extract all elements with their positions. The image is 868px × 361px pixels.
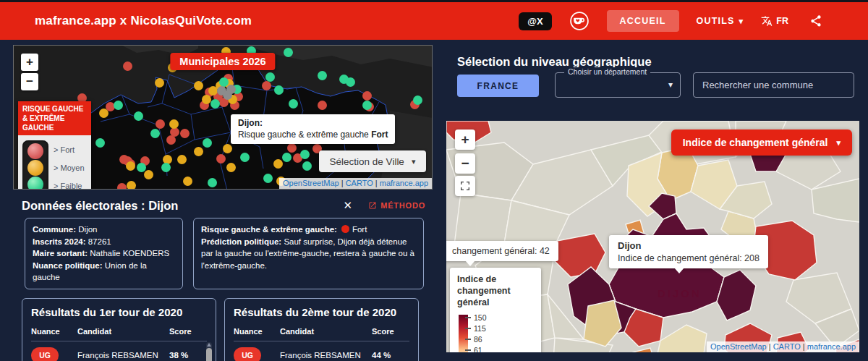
departement-select[interactable]: Choisir un département ▾: [555, 72, 681, 98]
kofi-coffee-icon[interactable]: [569, 11, 590, 31]
language-selector[interactable]: FR: [761, 15, 788, 27]
attribution-link[interactable]: OpenStreetMap: [710, 342, 767, 351]
city-risk-dot[interactable]: [194, 147, 203, 156]
table-row[interactable]: UG François REBSAMEN 44 %: [234, 341, 409, 361]
commune-info-box: Commune: Dijon Inscrits 2024: 87261 Mair…: [25, 218, 183, 289]
attribution-link[interactable]: CARTO: [773, 342, 801, 351]
city-risk-dot[interactable]: [289, 99, 298, 109]
city-risk-dot[interactable]: [180, 129, 190, 138]
city-risk-dot[interactable]: [273, 159, 283, 169]
city-risk-dot[interactable]: [99, 109, 109, 118]
city-risk-dot[interactable]: [134, 111, 143, 121]
city-risk-dot[interactable]: [318, 101, 327, 110]
indicator-dropdown[interactable]: Indice de changement général ▾: [671, 129, 852, 156]
share-icon[interactable]: [806, 11, 826, 31]
accueil-button[interactable]: ACCUEIL: [607, 10, 679, 32]
city-risk-dot[interactable]: [117, 183, 127, 190]
city-risk-dot[interactable]: [177, 155, 187, 164]
commune-polygon[interactable]: [553, 234, 605, 277]
city-risk-dot[interactable]: [226, 85, 236, 94]
table-title: Résultats du 1er tour de 2020: [31, 306, 207, 318]
yellow-light: [27, 160, 43, 176]
city-risk-dot[interactable]: [126, 161, 135, 171]
right-panel: Sélection du niveau géographique FRANCE …: [441, 45, 859, 361]
city-risk-dot[interactable]: [150, 129, 160, 138]
city-risk-dot[interactable]: [137, 163, 146, 172]
chevron-down-icon: ▾: [836, 138, 841, 148]
city-risk-dot[interactable]: [169, 119, 179, 129]
city-risk-dot[interactable]: [362, 91, 372, 101]
chevron-down-icon: ▾: [412, 157, 416, 166]
commune-search-input[interactable]: [693, 72, 854, 98]
attribution-link[interactable]: mafrance.app: [807, 342, 856, 351]
city-risk-dot[interactable]: [155, 78, 164, 88]
fullscreen-button[interactable]: [455, 176, 475, 196]
commune-polygon[interactable]: [658, 325, 707, 352]
external-link-icon: [368, 201, 377, 210]
attribution-link[interactable]: mafrance.app: [380, 179, 428, 187]
zoom-in-button[interactable]: +: [21, 54, 38, 71]
outils-menu[interactable]: OUTILS ▾: [697, 16, 744, 26]
city-risk-dot[interactable]: [265, 72, 275, 82]
commune-polygon[interactable]: [631, 348, 655, 352]
x-twitter-button[interactable]: @X: [519, 12, 551, 30]
city-risk-dot[interactable]: [226, 163, 236, 172]
city-risk-dot[interactable]: [263, 174, 273, 183]
city-risk-dot[interactable]: [183, 177, 192, 186]
city-risk-dot[interactable]: [284, 48, 293, 57]
scrollbar-thumb[interactable]: [206, 348, 212, 361]
city-risk-dot[interactable]: [144, 170, 153, 179]
city-risk-dot[interactable]: [282, 153, 292, 162]
zoom-out-button[interactable]: −: [21, 73, 38, 90]
results-table-tour1: Résultats du 1er tour de 2020 Nuance Can…: [22, 298, 216, 361]
city-risk-dot[interactable]: [216, 154, 226, 163]
city-risk-dot[interactable]: [240, 153, 250, 162]
city-risk-dot[interactable]: [346, 77, 355, 87]
city-risk-dot[interactable]: [203, 138, 212, 148]
city-risk-dot[interactable]: [208, 178, 217, 187]
legend-item-moyen: > Moyen: [54, 163, 85, 172]
choropleth-map[interactable]: DIJON + − Indice de changement général ▾…: [446, 121, 859, 352]
city-select-dropdown[interactable]: Sélection de Ville ▾: [319, 150, 426, 172]
table-row[interactable]: UG François REBSAMEN 38 %: [31, 341, 207, 361]
city-risk-dot[interactable]: [300, 150, 310, 159]
city-risk-dot[interactable]: [194, 81, 203, 90]
zoom-out-button[interactable]: −: [455, 153, 475, 174]
zoom-in-button[interactable]: +: [455, 129, 475, 150]
city-risk-dot[interactable]: [318, 71, 327, 80]
commune-polygon[interactable]: [584, 300, 621, 347]
city-risk-dot[interactable]: [287, 143, 297, 153]
city-risk-dot[interactable]: [302, 161, 312, 171]
city-risk-dot[interactable]: [362, 101, 372, 110]
table-title: Résultats du 2ème tour de 2020: [234, 306, 409, 318]
city-risk-dot[interactable]: [156, 119, 165, 129]
fullscreen-icon: [459, 180, 471, 192]
risk-legend-title: RISQUE GAUCHE & EXTRÊME GAUCHE: [18, 101, 91, 135]
city-risk-dot[interactable]: [413, 95, 422, 105]
city-risk-dot[interactable]: [166, 135, 176, 145]
city-risk-dot[interactable]: [127, 181, 136, 190]
city-risk-dot[interactable]: [223, 144, 232, 153]
city-risk-dot[interactable]: [123, 61, 132, 71]
scroll-up-icon[interactable]: [207, 343, 211, 347]
map-tooltip-dijon: Dijon: Risque gauche & extrême gauche Fo…: [231, 114, 395, 144]
close-icon[interactable]: ✕: [344, 199, 353, 212]
attribution-link[interactable]: OpenStreetMap: [283, 179, 339, 187]
city-risk-dot[interactable]: [274, 85, 284, 95]
city-risk-dot[interactable]: [210, 99, 220, 109]
city-label: DIJON: [658, 287, 702, 300]
city-risk-dot[interactable]: [95, 138, 105, 148]
green-light: [27, 177, 43, 190]
risk-legend: RISQUE GAUCHE & EXTRÊME GAUCHE > Fort > …: [18, 101, 91, 190]
attribution-link[interactable]: CARTO: [346, 179, 373, 187]
france-risk-map[interactable]: + − Municipales 2026 RISQUE GAUCHE & EXT…: [13, 45, 433, 190]
france-button[interactable]: FRANCE: [457, 75, 539, 97]
map-tooltip-dijon: Dijon Indice de changement général: 208: [609, 235, 768, 268]
city-risk-dot[interactable]: [114, 101, 123, 110]
choropleth-legend: Indice de changement général 150 115 86 …: [450, 268, 541, 352]
city-risk-dot[interactable]: [262, 81, 271, 90]
methodo-link[interactable]: MÉTHODO: [368, 201, 425, 210]
results-table-tour2: Résultats du 2ème tour de 2020 Nuance Ca…: [224, 298, 419, 361]
table-scrollbar[interactable]: [206, 342, 212, 361]
city-risk-dot[interactable]: [161, 163, 171, 172]
